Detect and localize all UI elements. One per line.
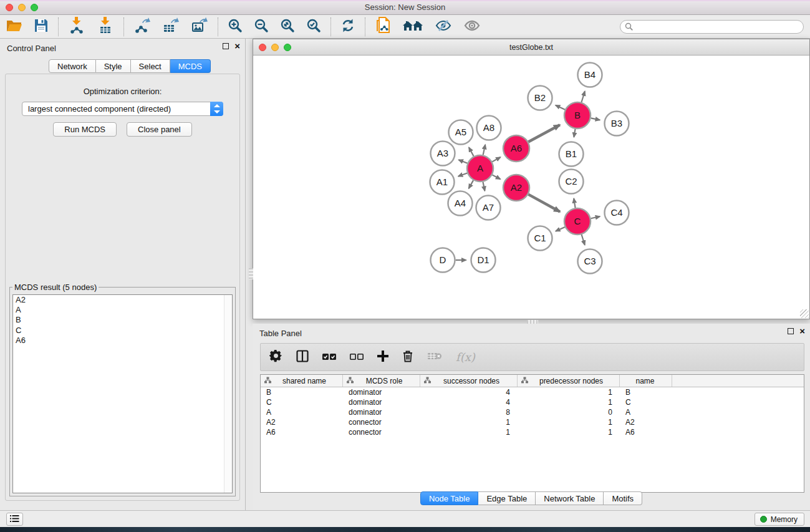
zoom-in-button[interactable] <box>222 16 248 37</box>
table-cell[interactable]: 1 <box>518 417 620 427</box>
tab-style[interactable]: Style <box>96 59 131 73</box>
memory-status-button[interactable]: Memory <box>755 513 804 526</box>
tab-network[interactable]: Network <box>49 59 96 73</box>
graph-edge-C-C3[interactable] <box>582 235 585 245</box>
graph-node-A[interactable]: A <box>467 155 493 181</box>
graph-edge-A-A2[interactable] <box>492 175 500 179</box>
graph-node-A4[interactable]: A4 <box>448 191 473 216</box>
task-history-button[interactable] <box>6 513 23 526</box>
mcds-result-item[interactable]: A2 <box>13 295 232 305</box>
run-mcds-button[interactable]: Run MCDS <box>53 122 117 137</box>
close-panel-button[interactable]: Close panel <box>127 122 192 137</box>
table-cell[interactable]: 1 <box>420 417 518 427</box>
export-image-button[interactable] <box>185 16 214 37</box>
refresh-layout-button[interactable] <box>335 16 361 37</box>
import-network-button[interactable] <box>62 16 91 37</box>
table-row[interactable]: Adominator80A <box>261 407 804 417</box>
table-cell[interactable]: A <box>261 407 343 417</box>
table-cell[interactable]: 0 <box>518 407 620 417</box>
table-cell[interactable]: connector <box>343 417 420 427</box>
window-resize-grip[interactable] <box>800 309 809 318</box>
zoom-selected-button[interactable] <box>301 16 327 37</box>
graph-node-C2[interactable]: C2 <box>559 170 584 194</box>
show-all-button[interactable] <box>458 16 486 37</box>
table-cell[interactable]: dominator <box>343 387 420 397</box>
column-header-predecessor-nodes[interactable]: predecessor nodes <box>518 375 620 387</box>
graph-node-A8[interactable]: A8 <box>477 116 501 140</box>
hide-selected-button[interactable] <box>429 16 458 37</box>
graph-edge-A2-C[interactable] <box>528 195 560 212</box>
deselect-all-button[interactable] <box>350 352 364 363</box>
table-cell[interactable]: 1 <box>518 397 620 407</box>
close-table-panel-icon[interactable]: × <box>799 328 805 334</box>
table-settings-button[interactable] <box>269 349 282 365</box>
graph-node-A3[interactable]: A3 <box>431 142 455 166</box>
show-columns-button[interactable] <box>296 350 309 365</box>
table-cell[interactable]: 1 <box>420 427 518 437</box>
tab-network-table[interactable]: Network Table <box>536 491 604 505</box>
delete-column-button[interactable] <box>402 350 413 365</box>
open-session-button[interactable] <box>0 16 28 37</box>
graph-edge-A-A5[interactable] <box>469 147 474 156</box>
save-session-button[interactable] <box>28 16 54 37</box>
table-row[interactable]: A2connector11A2 <box>261 417 804 427</box>
mcds-result-item[interactable]: A <box>13 305 232 315</box>
graph-node-C1[interactable]: C1 <box>528 226 552 251</box>
export-network-button[interactable] <box>128 16 157 37</box>
panel-divider-grip-vertical[interactable] <box>249 268 253 279</box>
table-cell[interactable]: A <box>620 407 672 417</box>
table-cell[interactable]: dominator <box>343 407 420 417</box>
select-all-button[interactable] <box>322 352 336 363</box>
delete-table-button[interactable] <box>427 351 442 364</box>
column-header-mcds-role[interactable]: MCDS role <box>343 375 420 387</box>
tab-select[interactable]: Select <box>131 59 170 73</box>
column-header-successor-nodes[interactable]: successor nodes <box>420 375 518 387</box>
graph-node-A6[interactable]: A6 <box>503 135 529 162</box>
mcds-result-item[interactable]: B <box>13 315 232 325</box>
tab-node-table[interactable]: Node Table <box>420 491 479 505</box>
network-window-titlebar[interactable]: testGlobe.txt <box>253 39 809 56</box>
graph-edge-B-B4[interactable] <box>581 91 584 102</box>
graph-edge-C-C1[interactable] <box>556 227 565 231</box>
table-cell[interactable]: dominator <box>343 397 420 407</box>
graph-node-B4[interactable]: B4 <box>578 63 602 87</box>
column-header-name[interactable]: name <box>620 375 672 387</box>
graph-edge-A6-B[interactable] <box>528 125 560 142</box>
network-canvas[interactable]: B4B2BB3B1A6A5A8A3AA1A4A7A2C2C4CC1C3DD1 <box>253 56 809 319</box>
import-table-button[interactable] <box>91 16 120 37</box>
float-panel-icon[interactable] <box>223 43 229 49</box>
column-header-shared-name[interactable]: shared name <box>261 375 343 387</box>
graph-node-C3[interactable]: C3 <box>578 249 602 274</box>
graph-edge-A-A1[interactable] <box>458 173 467 176</box>
tab-edge-table[interactable]: Edge Table <box>478 491 536 505</box>
graph-edge-B-B2[interactable] <box>556 105 565 110</box>
search-input[interactable] <box>620 20 804 34</box>
new-network-from-selection-button[interactable] <box>369 16 397 37</box>
result-scrollbar[interactable] <box>224 295 232 493</box>
table-cell[interactable]: A2 <box>261 417 343 427</box>
graph-node-B3[interactable]: B3 <box>605 112 629 136</box>
graph-node-B2[interactable]: B2 <box>528 86 552 110</box>
table-cell[interactable]: A6 <box>261 427 343 437</box>
table-cell[interactable]: C <box>261 397 343 407</box>
graph-edge-C-C2[interactable] <box>574 198 575 208</box>
graph-edge-B-B1[interactable] <box>574 129 575 137</box>
table-cell[interactable]: B <box>261 387 343 397</box>
graph-node-A5[interactable]: A5 <box>449 120 473 145</box>
graph-node-B1[interactable]: B1 <box>559 142 584 167</box>
zoom-out-button[interactable] <box>248 16 274 37</box>
mcds-result-list[interactable]: A2ABCA6 <box>12 294 233 493</box>
table-cell[interactable]: 1 <box>518 387 620 397</box>
graph-edge-A-A7[interactable] <box>483 182 485 191</box>
graph-edge-A-A6[interactable] <box>492 157 500 162</box>
graph-node-A1[interactable]: A1 <box>430 170 455 195</box>
table-cell[interactable]: 4 <box>420 387 518 397</box>
graph-node-D1[interactable]: D1 <box>471 248 496 273</box>
zoom-fit-button[interactable] <box>274 16 301 37</box>
table-cell[interactable]: C <box>620 397 672 407</box>
tab-mcds[interactable]: MCDS <box>170 59 211 73</box>
table-cell[interactable]: B <box>620 387 672 397</box>
graph-edge-A-A8[interactable] <box>483 145 486 155</box>
table-cell[interactable]: A2 <box>620 417 672 427</box>
mcds-result-item[interactable]: A6 <box>13 336 232 346</box>
